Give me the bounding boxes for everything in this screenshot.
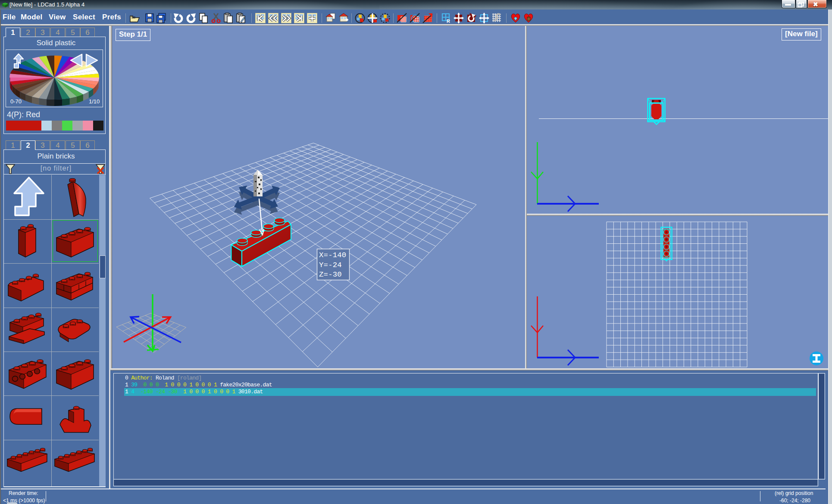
svg-text:X=-140: X=-140 — [319, 251, 346, 259]
svg-text:Y=-24: Y=-24 — [319, 261, 342, 269]
svg-text:R: R — [447, 19, 450, 24]
svg-text:Z=-30: Z=-30 — [319, 271, 342, 279]
